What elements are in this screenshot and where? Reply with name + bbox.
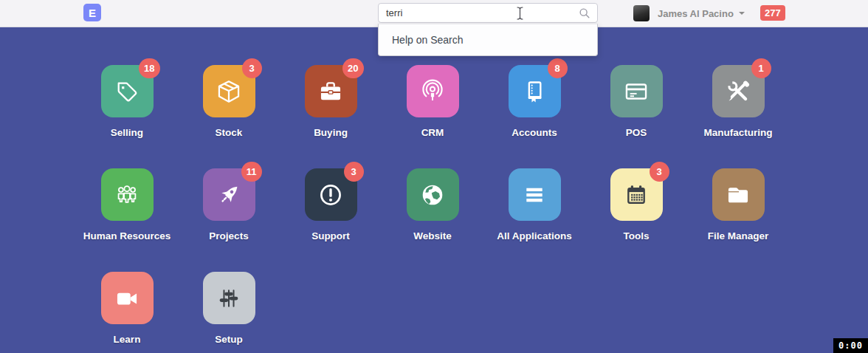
app-label: Website bbox=[413, 230, 452, 241]
app-buying[interactable]: 20Buying bbox=[280, 65, 382, 138]
tools-icon: 1 bbox=[712, 65, 765, 117]
app-all-applications[interactable]: All Applications bbox=[483, 168, 585, 241]
open-count-badge: 18 bbox=[139, 58, 159, 78]
alert-circle-icon: 3 bbox=[305, 168, 357, 221]
app-label: File Manager bbox=[708, 230, 769, 241]
open-count-badge: 3 bbox=[650, 162, 669, 182]
app-label: Setup bbox=[215, 334, 243, 345]
app-row: Human Resources11Projects3SupportWebsite… bbox=[76, 168, 789, 241]
app-selling[interactable]: 18Selling bbox=[76, 65, 178, 138]
open-count-badge: 20 bbox=[342, 58, 363, 78]
app-label: All Applications bbox=[497, 230, 572, 241]
app-label: Tools bbox=[624, 230, 650, 241]
app-label: Learn bbox=[114, 334, 141, 345]
search-dropdown: Help on Search bbox=[378, 24, 598, 56]
rocket-icon: 11 bbox=[203, 168, 255, 221]
search-icon[interactable] bbox=[579, 7, 590, 19]
calendar-icon: 3 bbox=[610, 168, 663, 221]
recording-timer: 0:00 bbox=[833, 338, 868, 353]
app-projects[interactable]: 11Projects bbox=[178, 168, 280, 241]
app-row: LearnSetup bbox=[76, 272, 280, 345]
people-icon bbox=[101, 168, 154, 221]
menu-icon bbox=[509, 168, 561, 221]
video-camera-icon bbox=[101, 272, 154, 324]
app-row: 18Selling3Stock20BuyingCRM8AccountsPOS1M… bbox=[76, 65, 789, 138]
open-count-badge: 11 bbox=[241, 162, 262, 182]
app-setup[interactable]: Setup bbox=[178, 272, 280, 345]
app-label: Buying bbox=[314, 127, 348, 138]
app-manufacturing[interactable]: 1Manufacturing bbox=[687, 65, 789, 138]
app-label: Selling bbox=[111, 127, 143, 138]
user-name: James Al Pacino bbox=[658, 8, 734, 19]
app-learn[interactable]: Learn bbox=[76, 272, 178, 345]
app-label: POS bbox=[626, 127, 647, 138]
app-label: Stock bbox=[216, 127, 243, 138]
app-tools[interactable]: 3Tools bbox=[585, 168, 687, 241]
global-search bbox=[378, 3, 598, 23]
desktop: 18Selling3Stock20BuyingCRM8AccountsPOS1M… bbox=[0, 27, 868, 353]
ledger-icon: 8 bbox=[509, 65, 561, 117]
box-icon: 3 bbox=[203, 65, 255, 117]
app-label: CRM bbox=[421, 127, 444, 138]
tag-icon: 18 bbox=[101, 65, 154, 117]
app-label: Support bbox=[311, 230, 350, 241]
search-input[interactable] bbox=[379, 7, 579, 18]
user-menu[interactable]: James Al Pacino bbox=[633, 0, 745, 27]
globe-icon bbox=[407, 168, 459, 221]
app-crm[interactable]: CRM bbox=[382, 65, 483, 138]
open-count-badge: 8 bbox=[548, 58, 568, 78]
app-label: Projects bbox=[209, 230, 248, 241]
app-label: Human Resources bbox=[83, 230, 171, 241]
sliders-icon bbox=[203, 272, 255, 324]
search-dropdown-item-help[interactable]: Help on Search bbox=[379, 24, 597, 55]
app-human-resources[interactable]: Human Resources bbox=[76, 168, 178, 241]
user-avatar[interactable] bbox=[633, 5, 650, 21]
notifications-badge[interactable]: 277 bbox=[760, 5, 785, 21]
app-support[interactable]: 3Support bbox=[280, 168, 382, 241]
folder-icon bbox=[712, 168, 765, 221]
app-pos[interactable]: POS bbox=[585, 65, 687, 138]
chevron-down-icon bbox=[739, 12, 745, 15]
app-file-manager[interactable]: File Manager bbox=[687, 168, 789, 241]
credit-card-icon bbox=[610, 65, 663, 117]
app-website[interactable]: Website bbox=[382, 168, 483, 241]
app-label: Accounts bbox=[512, 127, 557, 138]
app-accounts[interactable]: 8Accounts bbox=[483, 65, 585, 138]
briefcase-icon: 20 bbox=[305, 65, 357, 117]
app-label: Manufacturing bbox=[704, 127, 773, 138]
open-count-badge: 3 bbox=[242, 58, 262, 78]
app-logo[interactable]: E bbox=[83, 4, 101, 21]
open-count-badge: 1 bbox=[751, 58, 771, 78]
open-count-badge: 3 bbox=[344, 162, 364, 182]
app-stock[interactable]: 3Stock bbox=[178, 65, 280, 138]
podcast-icon bbox=[407, 65, 459, 117]
